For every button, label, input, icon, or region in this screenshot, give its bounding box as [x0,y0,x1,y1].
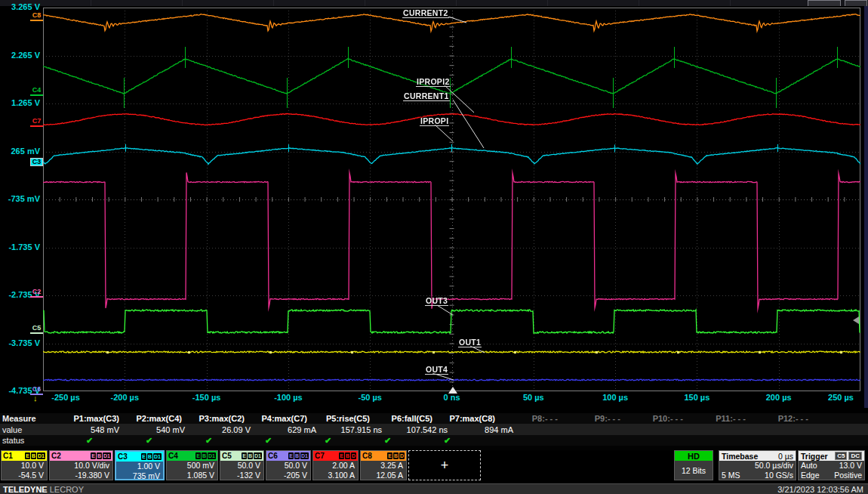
channel-badge-d: D [351,452,356,459]
trace-label[interactable]: IPROPI [420,116,449,126]
measure-param-header[interactable]: P7:max(C8) [436,414,498,423]
timebase-box[interactable]: Timebase 0 µs 50.0 µs/div 5 MS 10 GS/s [719,450,796,480]
measure-param-header[interactable]: P11:- - - [686,414,749,423]
channel-offset: 12.05 A [361,471,406,480]
channel-badges: EBD1 [24,452,45,459]
measure-param-header[interactable]: P9:- - - [561,414,623,423]
hd-bits: 12 Bits [675,461,713,480]
hd-mode-header: HD [675,451,713,461]
channel-box-c4[interactable]: C4EBD1500 mV1.085 V [166,450,218,480]
channel-badges: EBD1 [195,452,216,459]
add-channel-button[interactable]: + [408,450,481,480]
measure-status-ok-icon: ✔ [60,436,119,446]
channel-id: C8 [362,452,372,460]
channel-badge-e: E [288,452,294,459]
channel-scale: 1.00 V [116,462,163,471]
channel-badge-e: E [387,452,392,459]
trace-label[interactable]: CURRENT1 [403,91,450,101]
channel-marker-underline [30,125,43,127]
channel-scale: 2.00 A [313,461,358,471]
channel-box-c7[interactable]: C7EBD2.00 A3.100 A [312,450,359,480]
measure-row-measure: MeasureP1:max(C3)P2:max(C4)P3:max(C2)P4:… [0,413,868,424]
channel-badge-e: E [25,452,30,459]
channel-badge-e: E [242,452,247,459]
channel-box-header: C1EBD1 [2,451,47,461]
channel-box-header: C8EBD [361,451,406,461]
channel-box-c3[interactable]: C3EBD11.00 V735 mV [115,450,165,480]
trace-label[interactable]: OUT4 [425,365,448,375]
measure-row-label: Measure [0,414,60,423]
measure-param-header[interactable]: P12:- - - [749,414,811,423]
channel-box-header: C3EBD1 [116,452,163,462]
channel-badge-b: B [248,452,253,459]
channel-badges: EBD1 [90,452,111,459]
channel-id: C4 [168,452,178,460]
trigger-box[interactable]: Trigger C5 DC Auto 13.0 V Edge Positive [798,450,865,480]
channel-box-c8[interactable]: C8EBD3.25 A12.05 A [360,450,407,480]
x-axis-label: 250 µs [818,393,863,402]
y-axis-label: -3.735 V [0,338,40,347]
channel-scale: 50.0 V [220,461,263,471]
channel-offset: 3.100 A [313,471,358,480]
channel-badge-e: E [339,452,344,459]
measure-param-header[interactable]: P1:max(C3) [60,414,122,423]
measure-param-header[interactable]: P10:- - - [623,414,686,423]
measure-param-header[interactable]: P5:rise(C5) [310,414,373,423]
menu-bar[interactable] [0,0,868,6]
channel-marker-c2[interactable]: C2 [30,289,43,298]
y-axis-label: 1.265 V [0,98,40,107]
channel-box-header: C7EBD [313,451,358,461]
measure-value: 629 mA [257,425,322,434]
x-axis-label: 100 µs [593,393,638,402]
channel-marker-c3[interactable]: C3 [30,158,43,166]
trigger-level-marker[interactable] [853,316,859,324]
timebase-sample-line: 5 MS 10 GS/s [719,471,796,480]
measure-param-header[interactable]: P6:fall(C5) [373,414,436,423]
channel-marker-c8[interactable]: C8 [30,12,43,21]
channel-marker-c7[interactable]: C7 [30,118,43,127]
y-axis-label: -1.735 V [0,242,40,252]
trace-label[interactable]: OUT1 [458,338,482,347]
channel-box-c6[interactable]: C6EBD150.0 V-205 V [266,450,311,480]
timebase-scale: 50.0 µs/div [722,461,793,471]
channel-marker-c5[interactable]: C5 [30,325,43,334]
channel-offset: 735 mV [116,471,163,481]
measure-value: 157.915 ns [322,425,388,434]
trigger-header: Trigger C5 DC [799,451,864,461]
measure-status-ok-icon: ✔ [239,436,298,446]
timebase-header: Timebase 0 µs [719,451,796,461]
channel-marker-c4[interactable]: C4 [30,87,43,96]
measure-value: 540 mV [125,425,191,434]
trace-label[interactable]: IPROPI2 [416,77,451,87]
channel-badge-b: B [345,452,350,459]
channel-box-c5[interactable]: C5EBD150.0 V-132 V [220,450,264,480]
channel-box-c2[interactable]: C2EBD110.0 V/div-19.380 V [49,450,113,480]
x-axis-label: 0 ns [429,393,475,402]
channel-marker-underline [30,20,43,21]
x-axis-label: -250 µs [43,393,88,402]
channel-badge-b: B [393,452,399,459]
waveform-canvas[interactable] [43,8,860,391]
channel-id: C5 [222,452,232,460]
x-axis-label: -100 µs [266,393,311,402]
measure-value: 26.09 V [191,425,257,434]
trace-label[interactable]: OUT3 [425,296,448,306]
trigger-coupling-badge: DC [848,452,862,460]
trigger-time-marker[interactable] [448,387,457,394]
channel-offset: -205 V [266,471,310,480]
trigger-type: Edge [801,471,820,480]
measure-param-header[interactable]: P8:- - - [498,414,561,423]
channel-badges: EBD1 [288,452,309,459]
trigger-mode: Auto [801,461,817,471]
channel-badge-e: E [91,452,96,459]
measure-param-header[interactable]: P4:max(C7) [248,414,310,423]
channel-box-c1[interactable]: C1EBD110.0 V-54.5 V [1,450,48,480]
measure-param-header[interactable]: P3:max(C2) [185,414,248,423]
channel-badge-d1: D1 [153,453,162,460]
hd-mode-box[interactable]: HD 12 Bits [674,450,713,480]
trace-label[interactable]: CURRENT2 [402,8,449,18]
y-axis-label: -735 mV [0,194,40,203]
measure-param-header[interactable]: P2:max(C4) [122,414,185,423]
measure-row-label: value [0,425,60,434]
x-axis-label: -200 µs [102,393,147,402]
